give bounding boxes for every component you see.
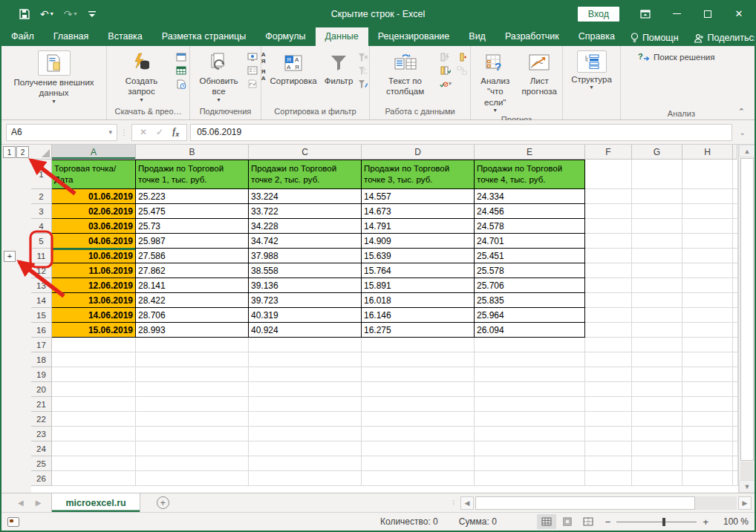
cell[interactable]: 24.701 — [475, 234, 585, 249]
tell-me-help[interactable]: Помощн — [625, 33, 685, 43]
advanced-filter-icon[interactable] — [357, 79, 369, 89]
column-header-E[interactable]: E — [475, 145, 585, 160]
filter-button[interactable]: Фильтр — [322, 49, 356, 88]
cell[interactable] — [136, 471, 249, 486]
ribbon-tab-вставка[interactable]: Вставка — [98, 27, 151, 46]
cell[interactable] — [733, 160, 738, 189]
cell[interactable]: 02.06.2019 — [52, 204, 136, 219]
cell[interactable] — [52, 382, 136, 397]
row-header-5[interactable]: 5 — [31, 234, 52, 249]
row-header-13[interactable]: 13 — [31, 278, 52, 293]
cell[interactable]: 25.73 — [136, 219, 249, 234]
row-header-4[interactable]: 4 — [31, 219, 52, 234]
cell[interactable] — [136, 412, 249, 427]
cell[interactable] — [682, 456, 733, 471]
cell[interactable]: 03.06.2019 — [52, 219, 136, 234]
horizontal-scroll-thumb[interactable] — [475, 496, 695, 510]
cell[interactable] — [632, 352, 682, 367]
ribbon-tab-формулы[interactable]: Формулы — [255, 27, 315, 46]
zoom-slider[interactable] — [616, 522, 697, 522]
cell[interactable]: 25.451 — [475, 249, 585, 263]
cell[interactable] — [52, 412, 136, 427]
cell[interactable]: 25.964 — [475, 308, 585, 323]
cell[interactable] — [585, 397, 632, 412]
cell[interactable]: 25.987 — [136, 234, 249, 249]
cell[interactable]: 25.475 — [136, 204, 249, 219]
cell[interactable]: 16.146 — [362, 308, 475, 323]
cell[interactable] — [682, 160, 733, 189]
row-header-2[interactable]: 2 — [31, 189, 52, 204]
cell[interactable]: 28.706 — [136, 308, 249, 323]
cell[interactable] — [632, 338, 682, 352]
cell[interactable] — [632, 189, 682, 204]
cell[interactable] — [136, 352, 249, 367]
cell[interactable] — [733, 204, 738, 219]
cell[interactable] — [632, 234, 682, 249]
cell[interactable] — [733, 338, 738, 352]
cell[interactable] — [585, 367, 632, 382]
redo-button[interactable]: ↷▾ — [64, 8, 77, 20]
cell[interactable] — [362, 382, 475, 397]
cell[interactable] — [682, 278, 733, 293]
row-header-18[interactable]: 18 — [31, 352, 52, 367]
cell[interactable] — [475, 441, 585, 456]
cell[interactable] — [585, 471, 632, 486]
cell[interactable]: 16.018 — [362, 293, 475, 308]
cell[interactable] — [249, 441, 362, 456]
cell[interactable] — [733, 323, 738, 338]
flash-fill-icon[interactable] — [440, 52, 452, 62]
cell[interactable] — [585, 160, 632, 189]
tab-splitter-handle[interactable]: ⁞ — [452, 499, 454, 507]
cell[interactable] — [632, 263, 682, 278]
share-button[interactable]: Поделиться — [688, 33, 756, 43]
ribbon-tab-справка[interactable]: Справка — [569, 27, 625, 46]
cell[interactable]: 28.141 — [136, 278, 249, 293]
cell[interactable] — [682, 352, 733, 367]
ribbon-tab-рецензирование[interactable]: Рецензирование — [368, 27, 460, 46]
cell[interactable] — [585, 382, 632, 397]
cell[interactable]: 04.06.2019 — [52, 234, 136, 249]
column-header-C[interactable]: C — [249, 145, 362, 160]
cell[interactable] — [585, 338, 632, 352]
cell[interactable]: 15.639 — [362, 249, 475, 263]
solver-button[interactable]: ? Поиск решения — [633, 49, 719, 65]
edit-links-icon[interactable] — [247, 79, 258, 89]
horizontal-scrollbar[interactable] — [475, 496, 737, 510]
cell[interactable] — [632, 249, 682, 263]
macro-record-icon[interactable] — [7, 517, 19, 527]
cell[interactable] — [362, 367, 475, 382]
cell[interactable]: 27.862 — [136, 263, 249, 278]
scroll-up-icon[interactable]: ▲ — [739, 145, 755, 157]
cell[interactable] — [585, 204, 632, 219]
cell[interactable] — [52, 352, 136, 367]
expand-formula-bar-icon[interactable]: ⌄ — [735, 128, 750, 137]
relationships-icon[interactable] — [456, 65, 468, 76]
expand-group-button[interactable]: + — [4, 251, 16, 262]
cell[interactable] — [682, 263, 733, 278]
zoom-in-icon[interactable]: + — [703, 516, 708, 528]
cell[interactable] — [136, 367, 249, 382]
cell[interactable] — [249, 427, 362, 441]
cell[interactable] — [52, 441, 136, 456]
cell[interactable] — [362, 456, 475, 471]
cell[interactable] — [362, 471, 475, 486]
cell[interactable]: 33.722 — [249, 204, 362, 219]
cell[interactable]: 28.422 — [136, 293, 249, 308]
ribbon-tab-разработчик[interactable]: Разработчик — [495, 27, 569, 46]
cell[interactable] — [475, 471, 585, 486]
cell[interactable]: Продажи по Торговой точке 2, тыс. руб. — [249, 160, 362, 189]
cell[interactable] — [733, 412, 738, 427]
cell[interactable] — [733, 219, 738, 234]
cell[interactable]: 26.094 — [475, 323, 585, 338]
cell[interactable] — [475, 427, 585, 441]
cancel-entry-icon[interactable]: ✕ — [140, 127, 147, 137]
cell[interactable] — [682, 204, 733, 219]
cell[interactable] — [682, 441, 733, 456]
customize-qat-icon[interactable] — [88, 10, 97, 19]
cell[interactable]: 34.228 — [249, 219, 362, 234]
cell[interactable] — [733, 471, 738, 486]
cell[interactable]: Торговая точка/ Дата — [52, 160, 136, 189]
column-header-partial[interactable] — [733, 145, 737, 160]
cell[interactable] — [475, 382, 585, 397]
cell[interactable]: 16.275 — [362, 323, 475, 338]
